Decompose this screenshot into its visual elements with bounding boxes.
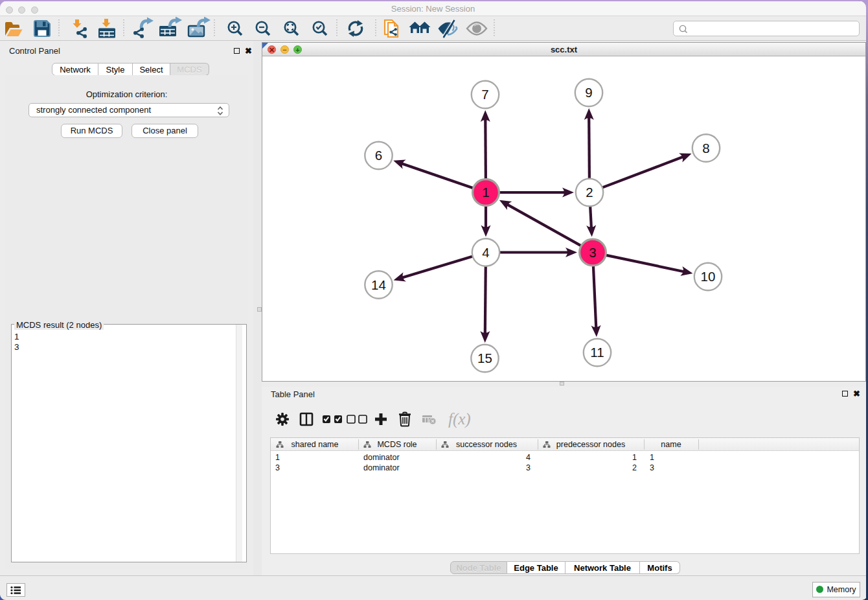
svg-text:f(x): f(x) xyxy=(448,410,471,428)
svg-text:7: 7 xyxy=(481,87,488,102)
svg-text:6: 6 xyxy=(375,148,382,163)
svg-text:15: 15 xyxy=(477,351,492,365)
svg-text:8: 8 xyxy=(702,141,709,156)
svg-text:11: 11 xyxy=(590,345,604,360)
svg-text:4: 4 xyxy=(482,245,489,260)
svg-text:3: 3 xyxy=(589,245,596,260)
svg-text:1: 1 xyxy=(482,185,489,200)
svg-text:9: 9 xyxy=(585,85,592,100)
svg-text:14: 14 xyxy=(371,277,386,292)
svg-text:10: 10 xyxy=(701,269,716,284)
svg-text:2: 2 xyxy=(586,185,593,200)
